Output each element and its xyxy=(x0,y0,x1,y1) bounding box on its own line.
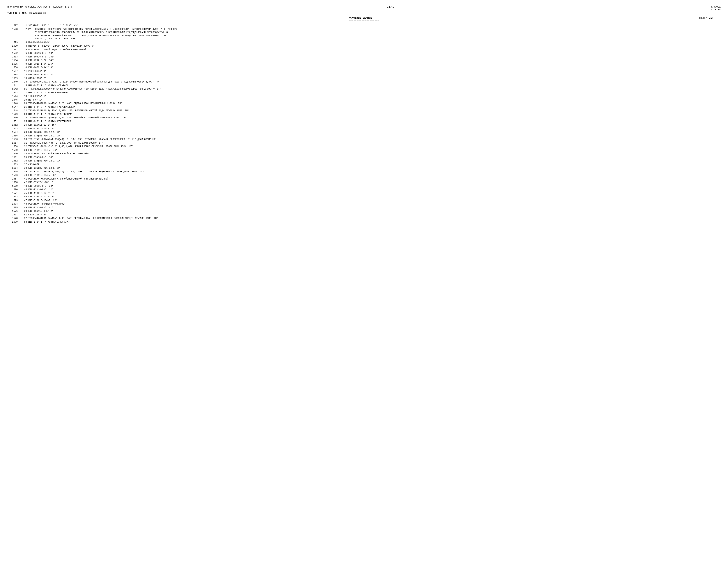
row-index1: 1528 xyxy=(7,28,18,41)
row-text: F17-37#17-1-10' 1* xyxy=(28,181,721,184)
table-row: 156640Е15-613#15-164-7' 6* xyxy=(7,174,721,177)
row-text: 34797021' Н6' ' ' 1' ' ' ' 2136' М3* xyxy=(28,24,721,28)
table-row: 154014Т2303#42#П1001-0(=15)' 2,112' 340,… xyxy=(7,80,721,84)
table-row: 155226Е16-119#16-12-2' 15* xyxy=(7,123,721,127)
row-index2: 12 xyxy=(18,73,28,77)
row-index2: 8 xyxy=(18,59,28,62)
row-index1: 1549 xyxy=(7,113,18,116)
row-index1: 1554 xyxy=(7,130,18,134)
table-row: 154115Ш18-1-7' 1' ' МОНТАЖ АППАРАТА* xyxy=(7,84,721,88)
table-row: 157246F16-122#16-12-4' 1* xyxy=(7,195,721,199)
row-index2: 46 xyxy=(18,195,28,199)
table-row: 156842F17-37#17-1-10' 1* xyxy=(7,181,721,184)
page-header: ПРОГРАММНЫЙ КОМПЛЕКС АВС-ЗЕС ( РЕДАКЦИЯ … xyxy=(7,6,721,11)
table-row: 15326Е16-68#16-8-3' 13* xyxy=(7,52,721,55)
row-text: Т23-07#П1-1208#К=1,096(=3)' 2' 83,1,098'… xyxy=(28,170,721,174)
row-index2: 30 xyxy=(18,138,28,141)
row-text: Е15-613#15-164-7' 6* xyxy=(28,174,721,177)
row-text: РСИСТЕМА ОЧИСТНОЙ ВОДЫ НА МОЙКУ АВТОМОБИ… xyxy=(28,152,721,156)
row-index2: 2 xyxy=(18,28,28,41)
row-index2: 3 xyxy=(18,41,28,45)
row-index2: 10 xyxy=(18,66,28,70)
row-index2: 24 xyxy=(18,116,28,120)
row-index1: 1551 xyxy=(7,120,18,123)
row-text: Ш18-1-4' 2' ' МОНТАЖ ГИДРОЦИКЛОНА* xyxy=(28,105,721,109)
table-row: 1544181906-2015' 1* xyxy=(7,95,721,98)
row-index1: 1527 xyxy=(7,24,18,28)
row-index2: 44 xyxy=(18,188,28,192)
row-index2: 36 xyxy=(18,159,28,163)
row-text: ТТОЖЕ#П,1-0825(=3)' 2' 14,1,098' То ЖЕ Д… xyxy=(28,141,721,145)
row-index2: 27 xyxy=(18,127,28,131)
row-index1: 1568 xyxy=(7,181,18,184)
row-index1: 1573 xyxy=(7,199,18,202)
row-index1: 1542 xyxy=(7,87,18,91)
row-text: Е16-136(В3)#16-12-1' 2* xyxy=(28,134,721,138)
row-index2: 19 xyxy=(18,98,28,102)
row-index2: 41 xyxy=(18,177,28,181)
row-index1: 1567 xyxy=(7,177,18,181)
table-row: 155832ТТОЖЕ#П1-0021(=3)' 2' 1,45,1,098' … xyxy=(7,145,721,148)
table-row: 157852Т2303#42#1001-0(=15)' 1,93' 340' В… xyxy=(7,217,721,220)
table-row: 155024Т2303#42П1001-Л(=15)' 0,22' 720' К… xyxy=(7,116,721,120)
table-row: 157650Е18-169#18-8-5' 2* xyxy=(7,209,721,213)
row-index1: 1531 xyxy=(7,48,18,52)
row-text: Е15-613#15-164-7' 46* xyxy=(28,148,721,152)
row-text: Е18-166#18-8-2' 3* xyxy=(28,66,721,70)
row-text: Ш18-1-6' 1' ' МОНТАЖ АППАРАТА* xyxy=(28,220,721,224)
row-text: Т КАЛЬКУЛ,ЗАВОДА#ПО КУРГАНОРМХИММАШ(=14)… xyxy=(28,87,721,91)
row-index1: 1569 xyxy=(7,184,18,188)
row-index2: 40 xyxy=(18,174,28,177)
row-index2: 21 xyxy=(18,105,28,109)
row-text: Е16-221#16-22' 146* xyxy=(28,59,721,62)
table-row: 154822Т2303#42#1001-Р(=15)' 3,925' 235' … xyxy=(7,109,721,113)
row-text: Е18-169#18-8-5' 2* xyxy=(28,209,721,213)
row-index1: 1571 xyxy=(7,192,18,195)
row-index2: 53 xyxy=(18,220,28,224)
table-row: 154317Ш18-6-7' 2' ' МОНТАЖ ФИЛЬТРА* xyxy=(7,91,721,95)
row-index2: 4 xyxy=(18,44,28,48)
page-number: -48- xyxy=(387,6,394,9)
row-text: Е16-72#16-8-5' 12* xyxy=(28,188,721,192)
row-index2: 32 xyxy=(18,145,28,148)
row-text: F16-122#16-12-4' 1* xyxy=(28,195,721,199)
table-row: 157953Ш18-1-6' 1' ' МОНТАЖ АППАРАТА* xyxy=(7,220,721,224)
doc-num1: 4797021 xyxy=(709,6,721,8)
table-row: 156943Е16-69#16-8-3' 38* xyxy=(7,184,721,188)
row-text: РСИСТЕМА ПРОМЫВКИ ФИЛЬТРОВ* xyxy=(28,202,721,206)
row-index2: 17 xyxy=(18,91,28,95)
table-row: 156539Т23-07#П1-1208#К=1,096(=3)' 2' 83,… xyxy=(7,170,721,174)
row-index1: 1540 xyxy=(7,80,18,84)
row-index2: 42 xyxy=(18,181,28,184)
row-text: 2301-6054' 3* xyxy=(28,70,721,73)
row-index2: 43 xyxy=(18,184,28,188)
row-index1: 1544 xyxy=(7,95,18,98)
table-row: 156135Е16-69#16-8-3' 18* xyxy=(7,156,721,159)
table-row: 15337Е16-69#16-8-3' 133* xyxy=(7,55,721,59)
row-text: Т2303#42#2001-Н(=15)' 2,28' 465' ГИДРОЦИ… xyxy=(28,102,721,105)
table-row: 15282Р' ' ОЧИСТНЫЕ СООРУЖЕНИЯ ДЛЯ СТОЧНЫ… xyxy=(7,28,721,41)
table-row: 155529Е16-136(В3)#16-12-1' 2* xyxy=(7,134,721,138)
section-params: (П,Н,= 21) xyxy=(372,17,721,19)
row-text: Е16-69#16-8-3' 38* xyxy=(28,184,721,188)
row-text: Т2303#42#1001-0(=15)' 1,93' 340' ВЕРТИКА… xyxy=(28,217,721,220)
row-index1: 1543 xyxy=(7,91,18,95)
table-row: 156438Е16-136(В2)#16-12-1' 2* xyxy=(7,166,721,170)
row-index2: 1 xyxy=(18,24,28,28)
row-text: С130-1967' 2* xyxy=(28,213,721,217)
table-row: 155630Т23-07#Р1-0824#К=1,096(=3)' 3' 13,… xyxy=(7,138,721,141)
row-index1: 1530 xyxy=(7,44,18,48)
row-index1: 1577 xyxy=(7,213,18,217)
row-text: С130-1966' 2* xyxy=(28,77,721,80)
row-index1: 1566 xyxy=(7,174,18,177)
row-text: РСИСТЕМА КАНАЛИЗАЦИИ СЛИВНОЙ,ПЕРЕЛИВНОЙ … xyxy=(28,177,721,181)
row-index1: 1536 xyxy=(7,66,18,70)
row-text: Е16-136(В2)#16-12-1' 2* xyxy=(28,166,721,170)
table-row: 1537112301-6054' 3* xyxy=(7,70,721,73)
row-index1: 1565 xyxy=(7,170,18,174)
row-index1: 1529 xyxy=(7,41,18,45)
row-index2: 11 xyxy=(18,70,28,73)
program-label: ПРОГРАММНЫЙ КОМПЛЕКС АВС-ЗЕС ( РЕДАКЦИЯ … xyxy=(7,6,72,8)
row-text: П##############* xyxy=(28,41,721,45)
table-row: 15359Е16-7#16-1-5' 2,5* xyxy=(7,62,721,66)
